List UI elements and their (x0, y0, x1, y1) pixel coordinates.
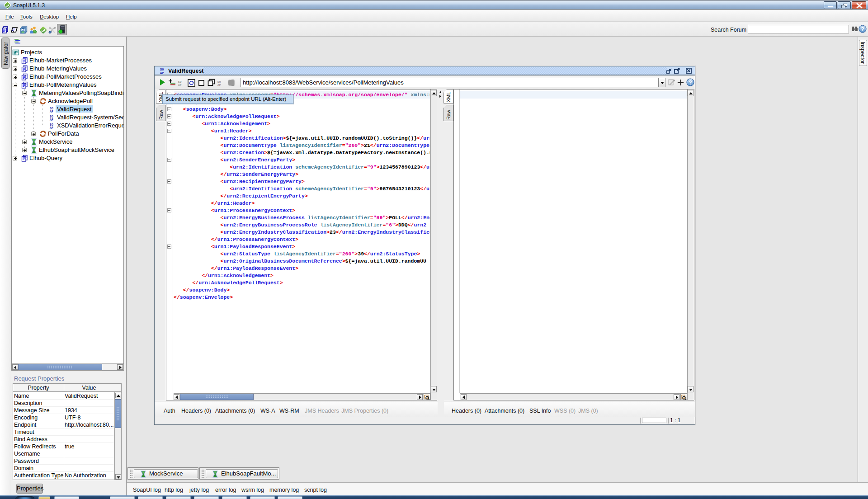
svg-text:SO: SO (160, 68, 164, 71)
svg-text:AP: AP (178, 84, 182, 86)
svg-text:AP: AP (160, 71, 164, 75)
svg-text:SO: SO (50, 123, 53, 127)
svg-text:?: ? (689, 80, 692, 86)
svg-text:SO: SO (217, 80, 221, 84)
svg-text:SO: SO (50, 115, 53, 118)
svg-text:SO: SO (178, 80, 182, 84)
svg-text:AP: AP (50, 118, 53, 122)
svg-text:AP: AP (50, 127, 53, 130)
svg-text:SO: SO (50, 107, 53, 110)
svg-text:?: ? (861, 26, 864, 33)
svg-text:AP: AP (50, 110, 53, 113)
svg-text:AP: AP (217, 84, 221, 86)
